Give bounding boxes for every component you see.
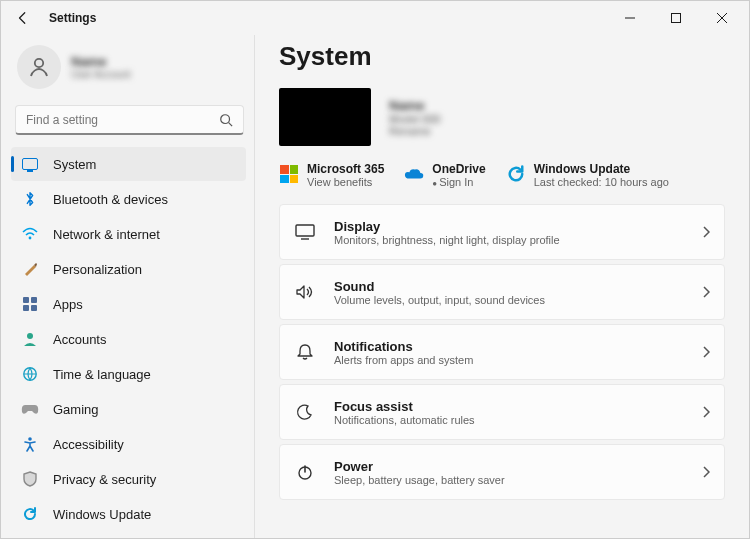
svg-point-6 xyxy=(28,437,32,441)
account-header[interactable]: Name User Account xyxy=(11,39,248,99)
sidebar-item-windows-update[interactable]: Windows Update xyxy=(11,497,246,531)
svg-point-3 xyxy=(29,237,32,240)
back-button[interactable] xyxy=(13,8,33,28)
search-input[interactable] xyxy=(26,113,219,127)
accessibility-icon xyxy=(21,435,39,453)
service-subtext: ●Sign In xyxy=(432,176,485,188)
sidebar-item-accessibility[interactable]: Accessibility xyxy=(11,427,246,461)
settings-cards: Display Monitors, brightness, night ligh… xyxy=(279,204,725,500)
moon-icon xyxy=(294,403,316,421)
card-focus-assist[interactable]: Focus assist Notifications, automatic ru… xyxy=(279,384,725,440)
sidebar-item-system[interactable]: System xyxy=(11,147,246,181)
card-subtext: Alerts from apps and system xyxy=(334,354,473,366)
nav-list: System Bluetooth & devices Network & int… xyxy=(11,147,248,531)
device-name: Name xyxy=(389,98,440,113)
update-icon xyxy=(21,505,39,523)
sidebar-item-label: Network & internet xyxy=(53,227,160,242)
svg-point-2 xyxy=(221,114,230,123)
service-row: Microsoft 365 View benefits OneDrive ●Si… xyxy=(279,162,725,188)
avatar xyxy=(17,45,61,89)
chevron-right-icon xyxy=(702,406,710,418)
sidebar-item-personalization[interactable]: Personalization xyxy=(11,252,246,286)
service-title: Microsoft 365 xyxy=(307,162,384,176)
card-subtext: Notifications, automatic rules xyxy=(334,414,475,426)
sidebar-item-label: Privacy & security xyxy=(53,472,156,487)
power-icon xyxy=(294,463,316,481)
accounts-icon xyxy=(21,330,39,348)
service-title: Windows Update xyxy=(534,162,669,176)
sidebar-item-label: Windows Update xyxy=(53,507,151,522)
chevron-right-icon xyxy=(702,286,710,298)
sidebar-item-apps[interactable]: Apps xyxy=(11,287,246,321)
window-title: Settings xyxy=(49,11,96,25)
sidebar-item-gaming[interactable]: Gaming xyxy=(11,392,246,426)
card-title: Notifications xyxy=(334,339,473,354)
apps-icon xyxy=(21,295,39,313)
sidebar-item-label: Accessibility xyxy=(53,437,124,452)
system-icon xyxy=(21,155,39,173)
sidebar-item-accounts[interactable]: Accounts xyxy=(11,322,246,356)
microsoft365-icon xyxy=(279,164,299,184)
search-box[interactable] xyxy=(15,105,244,135)
sidebar: Name User Account System Bluetooth & dev… xyxy=(1,35,255,538)
title-bar: Settings xyxy=(1,1,749,35)
sidebar-item-label: Time & language xyxy=(53,367,151,382)
chevron-right-icon xyxy=(702,346,710,358)
bluetooth-icon xyxy=(21,190,39,208)
account-subtext: User Account xyxy=(71,69,130,80)
onedrive-icon xyxy=(404,164,424,184)
card-title: Focus assist xyxy=(334,399,475,414)
sidebar-item-time-language[interactable]: Time & language xyxy=(11,357,246,391)
sidebar-item-bluetooth[interactable]: Bluetooth & devices xyxy=(11,182,246,216)
chevron-right-icon xyxy=(702,226,710,238)
card-subtext: Sleep, battery usage, battery saver xyxy=(334,474,505,486)
sidebar-item-label: Personalization xyxy=(53,262,142,277)
account-name: Name xyxy=(71,54,130,69)
card-power[interactable]: Power Sleep, battery usage, battery save… xyxy=(279,444,725,500)
service-subtext: Last checked: 10 hours ago xyxy=(534,176,669,188)
device-section: Name Model 000 Rename xyxy=(279,88,725,146)
service-title: OneDrive xyxy=(432,162,485,176)
service-microsoft365[interactable]: Microsoft 365 View benefits xyxy=(279,162,384,188)
device-model: Model 000 xyxy=(389,113,440,125)
maximize-button[interactable] xyxy=(653,3,699,33)
service-onedrive[interactable]: OneDrive ●Sign In xyxy=(404,162,485,188)
svg-point-1 xyxy=(35,59,43,67)
card-subtext: Monitors, brightness, night light, displ… xyxy=(334,234,560,246)
card-title: Display xyxy=(334,219,560,234)
card-display[interactable]: Display Monitors, brightness, night ligh… xyxy=(279,204,725,260)
device-image xyxy=(279,88,371,146)
svg-rect-7 xyxy=(296,225,314,236)
sidebar-item-label: System xyxy=(53,157,96,172)
sidebar-item-privacy[interactable]: Privacy & security xyxy=(11,462,246,496)
card-subtext: Volume levels, output, input, sound devi… xyxy=(334,294,545,306)
chevron-right-icon xyxy=(702,466,710,478)
sidebar-item-label: Accounts xyxy=(53,332,106,347)
shield-icon xyxy=(21,470,39,488)
page-title: System xyxy=(279,41,725,72)
bell-icon xyxy=(294,343,316,361)
search-icon xyxy=(219,113,233,127)
minimize-button[interactable] xyxy=(607,3,653,33)
sound-icon xyxy=(294,284,316,300)
sidebar-item-label: Apps xyxy=(53,297,83,312)
card-title: Sound xyxy=(334,279,545,294)
card-title: Power xyxy=(334,459,505,474)
card-notifications[interactable]: Notifications Alerts from apps and syste… xyxy=(279,324,725,380)
sidebar-item-label: Bluetooth & devices xyxy=(53,192,168,207)
brush-icon xyxy=(21,260,39,278)
service-subtext: View benefits xyxy=(307,176,384,188)
windows-update-icon xyxy=(506,164,526,184)
display-icon xyxy=(294,224,316,240)
card-sound[interactable]: Sound Volume levels, output, input, soun… xyxy=(279,264,725,320)
svg-rect-0 xyxy=(672,14,681,23)
close-button[interactable] xyxy=(699,3,745,33)
globe-icon xyxy=(21,365,39,383)
main-content: System Name Model 000 Rename Microsoft 3… xyxy=(255,35,749,538)
device-rename-link[interactable]: Rename xyxy=(389,125,440,137)
gaming-icon xyxy=(21,400,39,418)
service-windows-update[interactable]: Windows Update Last checked: 10 hours ag… xyxy=(506,162,669,188)
sidebar-item-label: Gaming xyxy=(53,402,99,417)
wifi-icon xyxy=(21,225,39,243)
sidebar-item-network[interactable]: Network & internet xyxy=(11,217,246,251)
